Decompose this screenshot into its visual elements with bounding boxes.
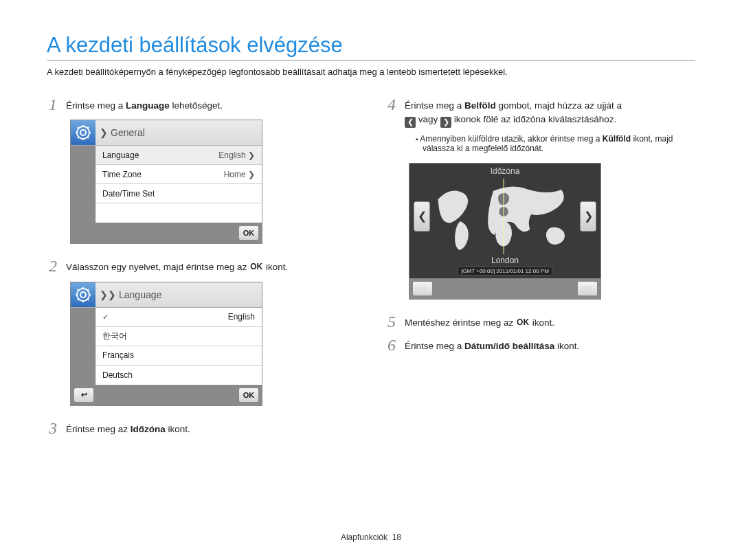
step-number: 1 [47, 96, 59, 113]
chevron-right-icon: ❯ [248, 150, 255, 160]
back-button[interactable]: ↩ [412, 281, 433, 296]
ok-icon: OK [516, 316, 530, 328]
chevron-right-icon: ❯❯ [100, 289, 116, 300]
row-timezone[interactable]: Time Zone Home ❯ [95, 165, 262, 184]
step-1: 1 Érintse meg a Language lehetőséget. [47, 96, 357, 113]
back-arrow-icon: ↩ [420, 284, 426, 293]
page-footer: Alapfunkciók 18 [0, 533, 742, 542]
step-4-l2-mid: vagy [416, 114, 440, 124]
breadcrumb: ❯ General [95, 120, 262, 145]
step-6-pre: Érintse meg a [405, 341, 464, 351]
side-strip [71, 146, 95, 223]
row-label: Language [102, 150, 139, 160]
row-empty [95, 203, 262, 223]
arrow-right-icon: ❯ [440, 117, 451, 128]
timezone-title: Időzóna [491, 164, 520, 179]
svg-point-2 [80, 292, 86, 298]
breadcrumb: ❯❯ Language [95, 282, 262, 307]
step-2: 2 Válasszon egy nyelvet, majd érintse me… [47, 258, 357, 274]
step-6: 6 Érintse meg a Dátum/idő beállítása iko… [385, 337, 695, 353]
option-label: Deutsch [102, 370, 133, 380]
right-column: 4 Érintse meg a Belföld gombot, majd húz… [385, 96, 695, 443]
lang-option-german[interactable]: Deutsch [95, 366, 262, 385]
row-value: English [218, 150, 245, 160]
row-datetime[interactable]: Date/Time Set [95, 184, 262, 203]
lang-option-korean[interactable]: 한국어 [95, 327, 262, 346]
page-title: A kezdeti beállítások elvégzése [47, 33, 695, 58]
footer-label: Alapfunkciók [341, 533, 387, 542]
step-number: 6 [385, 337, 398, 353]
step-1-bold: Language [126, 100, 170, 111]
note-bold: Külföld [603, 134, 631, 144]
ok-button[interactable]: OK [577, 281, 598, 296]
step-6-post: ikont. [554, 341, 579, 351]
timezone-gmt: [GMT +00:00] 2011/01/01 12:00 PM [458, 267, 552, 276]
ok-icon: OK [249, 260, 263, 273]
lang-option-english[interactable]: English [95, 308, 262, 327]
step-4-l1-post: gombot, majd húzza az ujját a [496, 100, 622, 111]
world-map[interactable] [433, 179, 577, 254]
left-column: 1 Érintse meg a Language lehetőséget. ❯ … [47, 96, 357, 443]
row-label: Time Zone [102, 170, 142, 179]
step-5-pre: Mentéshez érintse meg az [405, 317, 516, 328]
step-number: 4 [385, 96, 398, 113]
step-3: 3 Érintse meg az Időzóna ikont. [47, 420, 357, 436]
step-4: 4 Érintse meg a Belföld gombot, majd húz… [385, 96, 695, 127]
step-4-l1-bold: Belföld [464, 100, 496, 111]
step-3-post: ikont. [166, 424, 190, 434]
step-6-bold: Dátum/idő beállítása [464, 341, 554, 351]
row-label: Date/Time Set [102, 189, 155, 199]
step-1-pre: Érintse meg a [66, 100, 126, 111]
row-value: Home [224, 170, 246, 179]
step-1-post: lehetőséget. [170, 100, 223, 111]
row-language[interactable]: Language English ❯ [95, 146, 262, 165]
step-2-post: ikont. [263, 262, 288, 272]
step-5: 5 Mentéshez érintse meg az OK ikont. [385, 313, 695, 330]
gear-icon [71, 282, 95, 307]
back-arrow-icon: ↩ [81, 390, 87, 399]
note-pre: Amennyiben külföldre utazik, akkor érint… [420, 134, 602, 144]
footer-page: 18 [392, 533, 401, 542]
intro-text: A kezdeti beállítóképernyőn a fényképező… [47, 67, 695, 77]
step-4-l1-pre: Érintse meg a [405, 100, 464, 111]
step-4-l2-end: ikonok fölé az időzóna kiválasztásához. [451, 114, 616, 124]
option-label: English [228, 312, 255, 322]
general-panel-screenshot: ❯ General Language English ❯ Time Zone H… [70, 120, 262, 244]
language-panel-screenshot: ❯❯ Language English 한국어 Français Deutsch… [70, 282, 262, 406]
ok-button[interactable]: OK [238, 388, 259, 403]
chevron-right-icon: ❯ [248, 170, 255, 179]
map-arrow-left-button[interactable]: ❮ [414, 201, 430, 232]
timezone-city: London [491, 256, 519, 265]
gear-icon [71, 120, 95, 145]
step-3-pre: Érintse meg az [66, 424, 131, 434]
step-3-bold: Időzóna [131, 424, 166, 434]
back-button[interactable]: ↩ [74, 388, 94, 403]
step-number: 5 [385, 313, 398, 330]
step-4-note: Amennyiben külföldre utazik, akkor érint… [416, 134, 695, 153]
option-label: 한국어 [102, 331, 127, 342]
map-arrow-right-button[interactable]: ❯ [580, 201, 596, 232]
timezone-panel-screenshot: Időzóna ❮ [409, 163, 601, 300]
svg-point-0 [80, 130, 86, 135]
title-rule [47, 60, 695, 61]
arrow-left-icon: ❮ [405, 117, 416, 128]
step-number: 3 [47, 420, 59, 436]
chevron-right-icon: ❯ [100, 127, 108, 138]
option-label: Français [102, 350, 134, 360]
step-2-pre: Válasszon egy nyelvet, majd érintse meg … [66, 262, 249, 272]
crumb-label: Language [119, 289, 161, 300]
step-number: 2 [47, 258, 59, 274]
lang-option-french[interactable]: Français [95, 346, 262, 366]
ok-button[interactable]: OK [238, 225, 259, 240]
side-strip [71, 308, 95, 385]
step-5-post: ikont. [530, 317, 554, 328]
crumb-label: General [111, 127, 145, 138]
